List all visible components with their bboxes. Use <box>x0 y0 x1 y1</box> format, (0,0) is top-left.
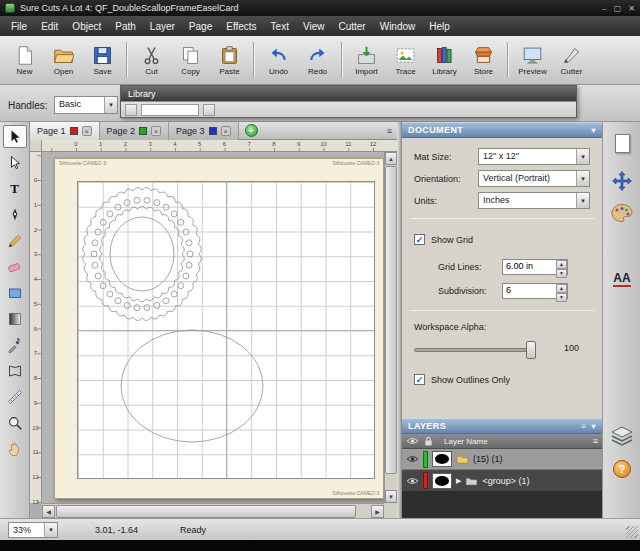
scroll-left-icon[interactable]: ◀ <box>42 505 55 518</box>
menu-item[interactable]: File <box>4 18 34 35</box>
zoom-tool[interactable] <box>3 411 27 434</box>
vertical-scrollbar[interactable]: ▲ ▼ <box>384 152 397 503</box>
spin-up-icon[interactable]: ▲ <box>556 284 567 293</box>
eye-icon[interactable] <box>406 437 419 445</box>
cutter-button[interactable]: Cutter <box>552 38 591 82</box>
document-panel-header[interactable]: DOCUMENT ▾ <box>402 122 602 138</box>
selection-tool[interactable] <box>3 125 27 148</box>
slider-handle[interactable] <box>526 341 536 359</box>
document-panel-button[interactable] <box>603 134 640 153</box>
mat-grid[interactable] <box>77 181 375 479</box>
panel-menu-icon[interactable]: ≡ <box>582 422 587 431</box>
transform-panel-button[interactable] <box>603 170 640 194</box>
cut-button[interactable]: Cut <box>132 38 171 82</box>
layers-menu-icon[interactable]: ≡ <box>593 436 598 446</box>
library-menu-button[interactable] <box>203 104 215 116</box>
undo-button[interactable]: Undo <box>259 38 298 82</box>
eraser-tool[interactable] <box>3 255 27 278</box>
paste-button[interactable]: Paste <box>210 38 249 82</box>
scroll-up-icon[interactable]: ▲ <box>385 152 397 165</box>
tab-menu-icon[interactable]: ≡ <box>387 126 392 136</box>
show-grid-checkbox[interactable]: ✓ <box>414 234 425 245</box>
pencil-tool[interactable] <box>3 229 27 252</box>
save-button[interactable]: Save <box>83 38 122 82</box>
handles-select[interactable]: Basic ▾ <box>54 96 118 114</box>
measure-tool[interactable] <box>3 385 27 408</box>
menu-item[interactable]: Cutter <box>331 18 372 35</box>
library-button[interactable]: Library <box>425 38 464 82</box>
library-search-field[interactable] <box>141 104 199 116</box>
tab-page-3[interactable]: Page 3 × <box>169 122 239 140</box>
layer-color-bar[interactable] <box>423 451 428 468</box>
open-button[interactable]: Open <box>44 38 83 82</box>
new-button[interactable]: New <box>5 38 44 82</box>
orientation-select[interactable]: Vertical (Portrait) ▾ <box>478 170 590 187</box>
lock-icon[interactable] <box>424 436 433 447</box>
gradient-tool[interactable] <box>3 307 27 330</box>
tab-close-icon[interactable]: × <box>82 126 92 136</box>
eyedropper-tool[interactable] <box>3 333 27 356</box>
design-shapes[interactable] <box>78 182 376 480</box>
horizontal-scroll-thumb[interactable] <box>56 505 356 518</box>
workspace-alpha-slider[interactable] <box>414 348 534 352</box>
tab-page-2[interactable]: Page 2 × <box>100 122 170 140</box>
menu-item[interactable]: Effects <box>219 18 263 35</box>
distort-tool[interactable] <box>3 359 27 382</box>
shapes-tool[interactable] <box>3 281 27 304</box>
store-button[interactable]: Store <box>464 38 503 82</box>
vertical-scroll-thumb[interactable] <box>385 166 397 474</box>
units-select[interactable]: Inches ▾ <box>478 192 590 209</box>
spin-down-icon[interactable]: ▼ <box>556 293 567 302</box>
expander-icon[interactable]: ▶ <box>456 477 461 485</box>
spin-down-icon[interactable]: ▼ <box>556 269 567 278</box>
eye-icon[interactable] <box>406 477 419 485</box>
title-bar[interactable]: Sure Cuts A Lot 4: QF_DoubleScallopFrame… <box>0 0 640 16</box>
layers-panel-header[interactable]: LAYERS ≡▾ <box>402 418 602 434</box>
preview-button[interactable]: Preview <box>513 38 552 82</box>
zoom-select[interactable]: 33% ▾ <box>8 522 58 538</box>
pen-tool[interactable] <box>3 203 27 226</box>
fill-stroke-panel-button[interactable] <box>603 202 640 226</box>
show-outlines-checkbox[interactable]: ✓ <box>414 374 425 385</box>
type-tool[interactable]: T <box>3 177 27 200</box>
resize-grip[interactable] <box>626 526 638 538</box>
page-color-chip[interactable] <box>70 127 78 135</box>
menu-item[interactable]: Help <box>422 18 457 35</box>
menu-item[interactable]: Text <box>264 18 296 35</box>
copy-button[interactable]: Copy <box>171 38 210 82</box>
help-button[interactable]: ? <box>603 460 640 478</box>
scroll-down-icon[interactable]: ▼ <box>385 490 397 503</box>
subdivision-stepper[interactable]: 6 ▲▼ <box>502 283 568 299</box>
page-color-chip[interactable] <box>139 127 147 135</box>
grid-lines-stepper[interactable]: 6.00 in ▲▼ <box>502 259 568 275</box>
menu-item[interactable]: View <box>296 18 332 35</box>
text-panel-button[interactable]: AA <box>603 272 640 287</box>
node-edit-tool[interactable] <box>3 151 27 174</box>
import-button[interactable]: Import <box>347 38 386 82</box>
layer-color-bar[interactable] <box>423 472 428 489</box>
trace-button[interactable]: Trace <box>386 38 425 82</box>
scroll-right-icon[interactable]: ▶ <box>371 505 384 518</box>
close-button[interactable]: ✕ <box>628 4 635 13</box>
layer-row-selected[interactable]: ▶ <group> (1) <box>402 470 602 491</box>
spin-up-icon[interactable]: ▲ <box>556 260 567 269</box>
menu-item[interactable]: Window <box>373 18 423 35</box>
layers-panel-button[interactable] <box>603 424 640 448</box>
panel-collapse-icon[interactable]: ▾ <box>592 422 596 431</box>
library-tool-button[interactable] <box>125 104 137 116</box>
library-window-titlebar[interactable]: Library <box>121 86 576 101</box>
panel-collapse-icon[interactable]: ▾ <box>592 126 596 135</box>
maximize-button[interactable]: ▢ <box>614 4 622 13</box>
add-page-button[interactable]: + <box>245 124 258 137</box>
minimize-button[interactable]: – <box>602 4 606 13</box>
menu-item[interactable]: Layer <box>143 18 182 35</box>
horizontal-scrollbar[interactable]: ◀ ▶ <box>42 503 384 518</box>
tab-page-1[interactable]: Page 1 × <box>30 122 100 140</box>
mat-size-select[interactable]: 12" x 12" ▾ <box>478 148 590 165</box>
layer-row[interactable]: (15) (1) <box>402 449 602 470</box>
redo-button[interactable]: Redo <box>298 38 337 82</box>
menu-item[interactable]: Page <box>182 18 219 35</box>
menu-item[interactable]: Path <box>108 18 143 35</box>
tab-close-icon[interactable]: × <box>221 126 231 136</box>
cutting-mat[interactable]: Silhouette CAMEO 3 Silhouette CAMEO 3 Si… <box>54 158 384 499</box>
